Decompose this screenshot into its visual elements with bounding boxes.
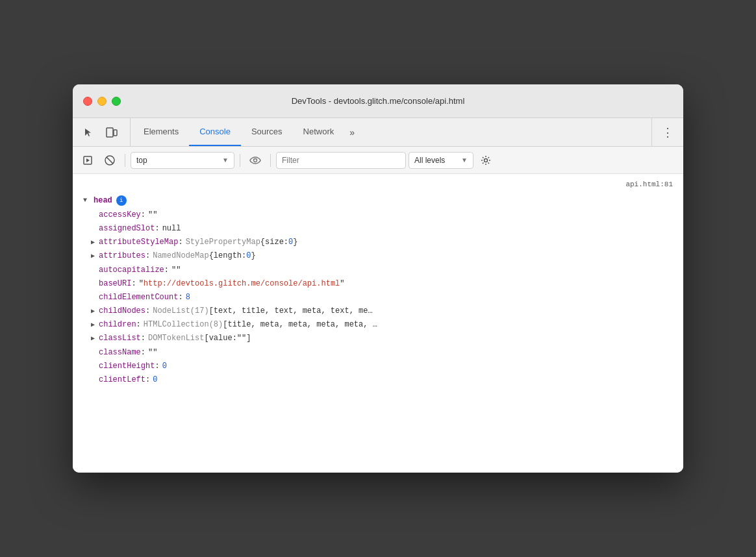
filter-wrapper [276, 152, 406, 169]
prop-colon: : [145, 305, 150, 317]
prop-value-class: DOMTokenList [148, 332, 204, 345]
svg-rect-1 [114, 130, 117, 136]
levels-arrow: ▼ [461, 156, 468, 164]
prop-value: "" [148, 209, 157, 221]
clear-console-button[interactable] [100, 151, 120, 169]
tab-bar: Elements Console Sources Network » ⋮ [73, 118, 683, 147]
log-levels-selector[interactable]: All levels ▼ [409, 152, 473, 169]
prop-row-classname[interactable]: className : "" [73, 346, 683, 360]
prop-value-class: StylePropertyMap [186, 236, 260, 249]
object-header[interactable]: ▼ head i [73, 193, 683, 208]
prop-value-bracket-end: } [251, 250, 255, 262]
tab-console[interactable]: Console [189, 118, 241, 146]
console-output: api.html:81 ▼ head i accessKey : "" assi… [73, 174, 683, 473]
close-button[interactable] [83, 97, 92, 106]
live-expression-button[interactable] [246, 151, 265, 169]
traffic-lights [83, 97, 121, 106]
info-badge[interactable]: i [116, 195, 127, 206]
filter-input[interactable] [276, 152, 406, 169]
tab-elements[interactable]: Elements [133, 118, 189, 146]
prop-colon: : [141, 347, 145, 359]
prop-value: 0 [162, 360, 167, 373]
prop-key: children [99, 319, 136, 331]
kebab-menu-button[interactable]: ⋮ [657, 122, 678, 143]
tabs-container: Elements Console Sources Network » [133, 118, 651, 146]
prop-key: assignedSlot [99, 223, 155, 235]
svg-marker-3 [86, 158, 90, 162]
prop-row-classlist[interactable]: ▶ classList : DOMTokenList [value: "" ] [73, 332, 683, 345]
tab-sources[interactable]: Sources [241, 118, 293, 146]
run-script-button[interactable] [78, 151, 97, 169]
prop-key: accessKey [99, 209, 141, 221]
prop-row-assignedslot[interactable]: assignedSlot : null [73, 222, 683, 236]
prop-key: className [99, 347, 141, 359]
svg-point-7 [485, 158, 488, 162]
prop-expand-arrow: ▶ [91, 320, 99, 330]
devtools-window: DevTools - devtools.glitch.me/console/ap… [73, 84, 683, 473]
prop-value: "" [148, 347, 157, 359]
prop-row-clientheight[interactable]: clientHeight : 0 [73, 360, 683, 373]
inspect-element-button[interactable] [78, 122, 99, 143]
prop-colon: : [145, 374, 150, 386]
svg-rect-0 [107, 128, 113, 137]
svg-point-6 [254, 158, 257, 162]
cursor-icon [83, 127, 94, 138]
prop-row-childelementcount[interactable]: childElementCount : 8 [73, 291, 683, 304]
more-tabs-button[interactable]: » [344, 118, 360, 146]
prop-colon: : [141, 209, 145, 221]
context-selector[interactable]: top ▼ [131, 152, 234, 169]
prop-value-quote: " [139, 278, 144, 290]
prop-key: childNodes [99, 305, 145, 317]
prop-row-attributestylemap[interactable]: ▶ attributeStyleMap : StylePropertyMap {… [73, 236, 683, 249]
prop-key: autocapitalize [99, 264, 164, 277]
prop-value-bracket: {length: [209, 250, 247, 262]
gear-icon [481, 155, 491, 166]
prop-value-bracket-end: ] [246, 332, 251, 345]
prop-value: 0 [153, 374, 157, 386]
tab-bar-left-controls [78, 118, 131, 146]
prop-value-number: 0 [288, 236, 293, 249]
clear-icon [105, 155, 115, 166]
device-toolbar-button[interactable] [101, 122, 122, 143]
prop-value-class: NamedNodeMap [153, 250, 208, 262]
prop-colon: : [131, 278, 136, 290]
prop-value-bracket: [title, meta, meta, meta, meta, … [223, 319, 377, 331]
minimize-button[interactable] [97, 97, 107, 106]
prop-colon: : [145, 250, 150, 262]
tab-network[interactable]: Network [293, 118, 345, 146]
expand-arrow: ▼ [83, 195, 94, 206]
prop-value-quote-end: " [340, 278, 344, 290]
settings-button[interactable] [476, 151, 496, 169]
toolbar-separator-3 [270, 154, 271, 167]
run-icon [83, 156, 92, 165]
prop-value-bracket: [value: [204, 332, 236, 345]
title-bar: DevTools - devtools.glitch.me/console/ap… [73, 84, 683, 118]
prop-value-bracket: {size: [260, 236, 288, 249]
prop-expand-arrow: ▶ [91, 238, 99, 248]
source-link[interactable]: api.html:81 [73, 179, 683, 191]
prop-expand-arrow: ▶ [91, 306, 99, 317]
tab-bar-right-controls: ⋮ [651, 118, 678, 146]
window-title: DevTools - devtools.glitch.me/console/ap… [292, 96, 465, 106]
prop-colon: : [141, 332, 145, 345]
prop-row-attributes[interactable]: ▶ attributes : NamedNodeMap {length: 0 } [73, 249, 683, 263]
prop-row-autocapitalize[interactable]: autocapitalize : "" [73, 264, 683, 277]
prop-row-baseuri[interactable]: baseURI : "http://devtools.glitch.me/con… [73, 277, 683, 291]
prop-colon: : [136, 319, 141, 331]
prop-key: baseURI [99, 278, 131, 290]
prop-colon: : [178, 236, 183, 249]
prop-row-accesskey[interactable]: accessKey : "" [73, 208, 683, 222]
svg-line-5 [107, 157, 113, 164]
prop-row-children[interactable]: ▶ children : HTMLCollection(8) [title, m… [73, 318, 683, 332]
maximize-button[interactable] [112, 97, 121, 106]
prop-colon: : [155, 360, 159, 373]
toolbar-separator-1 [125, 154, 125, 167]
object-name: head [94, 195, 112, 207]
prop-colon: : [178, 291, 183, 304]
prop-row-childnodes[interactable]: ▶ childNodes : NodeList(17) [text, title… [73, 304, 683, 318]
context-selector-arrow: ▼ [222, 156, 229, 164]
prop-row-clientleft[interactable]: clientLeft : 0 [73, 373, 683, 387]
prop-key: classList [99, 332, 141, 345]
device-icon [106, 127, 118, 138]
prop-expand-arrow: ▶ [91, 251, 99, 262]
